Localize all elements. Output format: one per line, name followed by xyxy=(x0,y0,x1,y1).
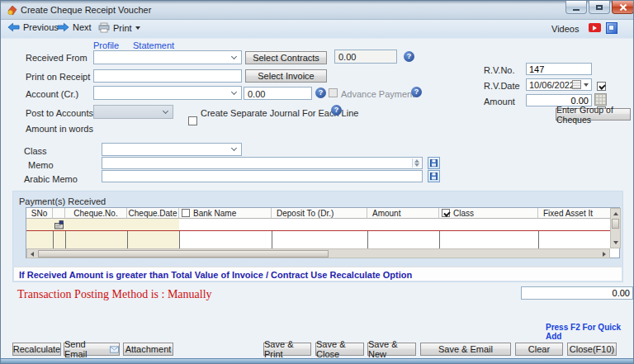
bank-name-checkbox[interactable] xyxy=(182,209,190,217)
col-header-sno[interactable]: SNo xyxy=(26,208,53,219)
profile-link[interactable]: Profile xyxy=(93,40,119,50)
statement-link[interactable]: Statement xyxy=(133,40,174,50)
youtube-icon[interactable] xyxy=(589,23,601,32)
memo-value[interactable] xyxy=(102,158,422,168)
received-from-dropdown-icon[interactable] xyxy=(228,52,240,63)
close-icon xyxy=(619,3,627,12)
minimize-icon xyxy=(573,9,580,11)
arabic-memo-save-button[interactable] xyxy=(428,170,440,182)
attachment-button[interactable]: Attachment xyxy=(123,343,173,356)
maximize-icon xyxy=(596,5,603,10)
scroll-down-icon[interactable] xyxy=(613,241,618,244)
maximize-button[interactable] xyxy=(589,1,610,14)
minimize-button[interactable] xyxy=(565,1,587,14)
separate-journal-help-icon[interactable] xyxy=(331,105,342,116)
received-from-label: Received From xyxy=(26,53,88,63)
cheque-row-icon xyxy=(54,220,64,229)
save-and-print-button[interactable]: Save & Print xyxy=(263,343,311,356)
vertical-scrollbar[interactable] xyxy=(610,208,621,248)
received-from-help-icon[interactable] xyxy=(404,51,414,62)
class-dropdown-icon[interactable] xyxy=(228,144,240,154)
window-title: Create Cheque Receipt Voucher xyxy=(21,5,151,15)
advance-payment-help-icon[interactable] xyxy=(411,87,422,97)
total-received-field[interactable] xyxy=(521,286,633,300)
arabic-memo-label: Arabic Memo xyxy=(24,174,78,184)
print-button[interactable]: Print xyxy=(98,22,140,33)
col-header-fixed-asset[interactable]: Fixed Asset It xyxy=(538,208,610,219)
rv-no-checkbox[interactable] xyxy=(597,82,606,91)
calendar-icon[interactable] xyxy=(572,80,581,89)
horizontal-scroll-thumb[interactable] xyxy=(38,250,329,258)
rv-no-value[interactable] xyxy=(527,64,591,74)
class-value xyxy=(102,144,241,147)
title-bar: Create Cheque Receipt Voucher xyxy=(1,1,634,20)
post-to-accounts-combo xyxy=(93,105,173,119)
print-on-receipt-label: Print on Receipt xyxy=(26,72,90,82)
vertical-scroll-thumb[interactable] xyxy=(612,219,619,229)
video-window-inner-icon xyxy=(608,25,614,31)
print-dropdown-icon[interactable] xyxy=(135,26,140,30)
col-header-rowselector[interactable] xyxy=(53,208,65,219)
class-combo[interactable] xyxy=(102,143,242,156)
clear-button[interactable]: Clear xyxy=(515,343,563,356)
previous-button[interactable]: Previous xyxy=(7,22,59,32)
memo-spinner[interactable] xyxy=(412,158,421,168)
advance-payment-label: Advance Payment xyxy=(341,89,414,99)
email-icon xyxy=(110,346,119,353)
play-icon xyxy=(593,26,597,31)
posting-method-text: Transaction Posting Method is : Manually xyxy=(17,288,212,301)
col-header-cheque-no[interactable]: Cheque.No. xyxy=(65,208,127,219)
separate-journal-checkbox[interactable] xyxy=(188,116,197,125)
recalculate-button[interactable]: Recalculate xyxy=(12,343,61,356)
save-and-email-button[interactable]: Save & Email xyxy=(420,343,511,356)
class-header-label: Class xyxy=(453,209,474,218)
save-and-new-button[interactable]: Save & New xyxy=(367,343,416,356)
data-row-left[interactable] xyxy=(26,231,179,248)
enter-group-of-cheques-button[interactable]: Enter Group of Cheques xyxy=(556,108,631,121)
amount-label: Amount xyxy=(484,97,515,106)
print-on-receipt-value[interactable] xyxy=(94,70,241,82)
video-window-icon[interactable] xyxy=(606,22,617,34)
post-to-accounts-dropdown-icon xyxy=(159,106,172,117)
previous-label: Previous xyxy=(23,22,59,32)
scroll-up-icon[interactable] xyxy=(613,212,618,215)
class-label: Class xyxy=(24,146,47,156)
col-header-deposit-to[interactable]: Deposit To (Dr.) xyxy=(272,208,367,219)
videos-label: Videos xyxy=(551,24,579,34)
class-column-checkbox[interactable] xyxy=(442,209,450,217)
rv-date-input[interactable]: 10/06/2022 xyxy=(526,78,592,91)
col-header-class[interactable]: Class xyxy=(439,208,538,219)
total-received-value[interactable] xyxy=(522,287,632,299)
arabic-memo-input[interactable] xyxy=(102,170,423,182)
memo-save-button[interactable] xyxy=(428,157,440,169)
row-indicator-band xyxy=(26,219,179,230)
scroll-right-icon[interactable] xyxy=(603,252,606,257)
col-header-cheque-date[interactable]: Cheque.Date xyxy=(127,208,179,219)
date-dropdown-icon[interactable] xyxy=(584,83,589,87)
rv-no-input[interactable] xyxy=(526,63,592,75)
memo-save-icon xyxy=(430,159,438,167)
next-button[interactable]: Next xyxy=(57,22,92,32)
select-contracts-button[interactable]: Select Contracts xyxy=(245,51,327,64)
print-on-receipt-input[interactable] xyxy=(93,69,242,83)
memo-input[interactable] xyxy=(102,157,423,169)
col-header-amount[interactable]: Amount xyxy=(367,208,439,219)
advance-payment-checkbox[interactable] xyxy=(329,88,338,97)
close-f10-button[interactable]: Close(F10) xyxy=(567,343,617,356)
account-dropdown-icon[interactable] xyxy=(228,87,240,98)
col-header-bank-name[interactable]: Bank Name xyxy=(179,208,272,219)
received-from-combo[interactable] xyxy=(93,50,242,64)
save-and-close-button[interactable]: Save & Close xyxy=(315,343,364,356)
arabic-memo-value[interactable] xyxy=(102,171,422,182)
account-combo[interactable] xyxy=(93,86,242,100)
rv-date-label: R.V.Date xyxy=(484,81,520,91)
send-email-button[interactable]: Send Email xyxy=(64,343,120,356)
horizontal-scrollbar[interactable] xyxy=(26,248,610,258)
close-button[interactable] xyxy=(612,1,634,14)
account-help-icon[interactable] xyxy=(315,87,326,98)
arabic-memo-save-icon xyxy=(430,173,438,180)
select-invoice-button[interactable]: Select Invoice xyxy=(245,69,327,83)
scroll-left-icon[interactable] xyxy=(31,252,34,257)
print-label: Print xyxy=(113,23,132,33)
data-row-right[interactable] xyxy=(179,231,610,248)
